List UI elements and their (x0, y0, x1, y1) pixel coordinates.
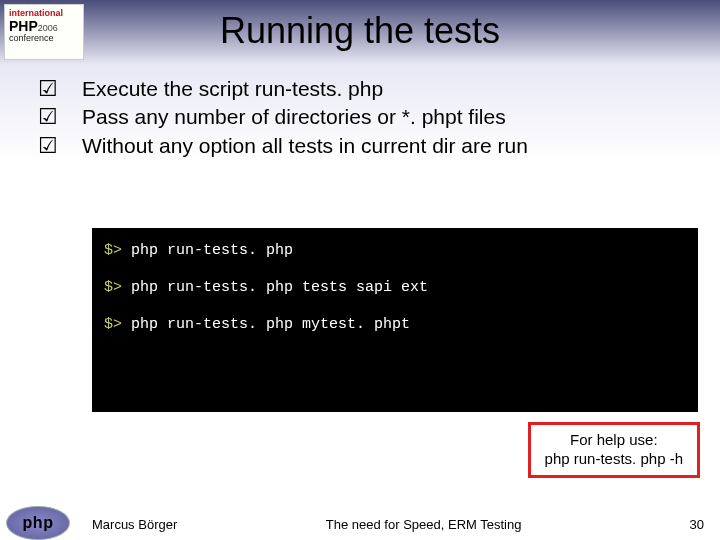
footer-author: Marcus Börger (92, 517, 177, 532)
prompt: $> (104, 279, 122, 296)
terminal-line: $> php run-tests. php (104, 242, 686, 259)
terminal-line: $> php run-tests. php mytest. phpt (104, 316, 686, 333)
slide-title: Running the tests (0, 0, 720, 52)
footer-title: The need for Speed, ERM Testing (177, 517, 670, 532)
conf-top: international (9, 8, 63, 18)
help-callout: For help use: php run-tests. php -h (528, 422, 700, 478)
help-line-2: php run-tests. php -h (545, 450, 683, 469)
checkmark-icon: ☑ (38, 104, 82, 130)
terminal-line: $> php run-tests. php tests sapi ext (104, 279, 686, 296)
command: php run-tests. php tests sapi ext (131, 279, 428, 296)
help-line-1: For help use: (545, 431, 683, 450)
terminal-block: $> php run-tests. php $> php run-tests. … (92, 228, 698, 412)
conference-logo: international PHP2006 conference (4, 4, 84, 60)
bullet-row: ☑ Execute the script run-tests. php (38, 76, 686, 102)
conf-year: 2006 (38, 23, 58, 33)
checkmark-icon: ☑ (38, 76, 82, 102)
bullet-row: ☑ Pass any number of directories or *. p… (38, 104, 686, 130)
php-logo-icon: php (6, 506, 70, 540)
page-number: 30 (670, 517, 720, 532)
bullet-text: Execute the script run-tests. php (82, 76, 686, 102)
checkmark-icon: ☑ (38, 133, 82, 159)
conf-bottom: conference (9, 33, 54, 43)
prompt: $> (104, 316, 122, 333)
bullet-row: ☑ Without any option all tests in curren… (38, 133, 686, 159)
command: php run-tests. php mytest. phpt (131, 316, 410, 333)
prompt: $> (104, 242, 122, 259)
bullet-list: ☑ Execute the script run-tests. php ☑ Pa… (38, 76, 686, 159)
command: php run-tests. php (131, 242, 293, 259)
conf-mid: PHP (9, 18, 38, 34)
bullet-text: Pass any number of directories or *. php… (82, 104, 686, 130)
footer: php Marcus Börger The need for Speed, ER… (0, 508, 720, 540)
bullet-text: Without any option all tests in current … (82, 133, 686, 159)
